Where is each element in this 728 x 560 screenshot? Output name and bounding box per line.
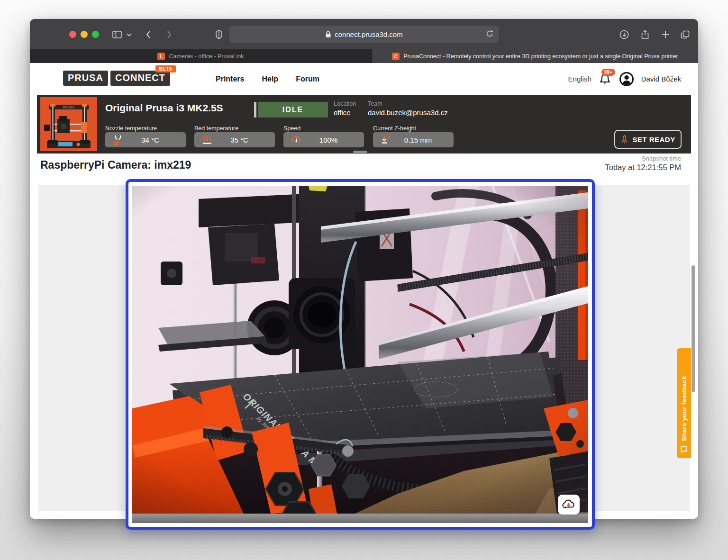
zoom-window-button[interactable] (92, 31, 99, 38)
nozzle-temp-value: 34 °C (124, 136, 176, 144)
logo-prusa: PRUSA (63, 71, 108, 86)
tab-prusalink-cameras[interactable]: L Cameras - office - PrusaLink (30, 49, 372, 63)
share-feedback-tab[interactable]: Share your feedback (677, 348, 691, 458)
tab-overview-icon[interactable] (680, 29, 691, 40)
nav-help[interactable]: Help (262, 75, 278, 83)
printer-thumbnail[interactable]: PRUSA (40, 97, 97, 151)
address-url: connect.prusa3d.com (335, 30, 402, 38)
minimize-window-button[interactable] (81, 31, 88, 38)
bed-temp-pill: 35 °C (194, 132, 275, 147)
prusaconnect-favicon: C (392, 53, 400, 60)
new-tab-icon[interactable] (660, 29, 671, 40)
snapshot-time-block: Snapshot time Today at 12:21:55 PM (605, 155, 681, 172)
prusa-connect-logo[interactable]: PRUSA CONNECT BETA (63, 71, 170, 86)
bed-temp-label: Bed temperature (194, 125, 238, 132)
camera-snapshot-frame[interactable]: ORIGINAL PRUSA MK4 by Josef Prusa (126, 179, 595, 530)
printer-illustration-icon: PRUSA (40, 97, 97, 151)
tab-title: PrusaConnect - Remotely control your ent… (403, 53, 678, 60)
language-selector[interactable]: English (568, 75, 592, 83)
avatar[interactable] (619, 72, 634, 87)
rocket-icon (620, 135, 628, 144)
z-height-icon: z (381, 135, 391, 145)
cloud-download-icon (562, 499, 576, 510)
forward-icon[interactable] (164, 29, 174, 40)
bed-temp-value: 35 °C (213, 136, 265, 144)
tab-bar: L Cameras - office - PrusaLink C PrusaCo… (30, 49, 698, 63)
share-feedback-label: Share your feedback (681, 376, 688, 442)
sidebar-toggle-icon[interactable] (112, 29, 122, 40)
nozzle-icon (113, 135, 123, 145)
camera-title: RaspberryPi Camera: imx219 (40, 159, 191, 172)
tab-title: Cameras - office - PrusaLink (169, 53, 244, 60)
user-cluster: English 99+ David Bůžek (568, 63, 681, 95)
nozzle-temp-label: Nozzle temperature (105, 125, 157, 132)
address-bar[interactable]: connect.prusa3d.com (229, 26, 499, 43)
speed-gauge-icon (291, 135, 301, 145)
prusalink-favicon: L (157, 53, 165, 60)
share-icon[interactable] (640, 29, 650, 40)
printer-status-bar: PRUSA (37, 95, 691, 154)
nav-forum[interactable]: Forum (296, 75, 319, 83)
screenshot-stage: { "browser": { "url": "connect.prusa3d.c… (0, 0, 728, 560)
chevron-down-icon[interactable] (126, 32, 132, 38)
printer-state-group: IDLE (254, 102, 328, 117)
svg-text:z: z (388, 135, 390, 139)
z-height-pill: z 0.15 mm (373, 132, 454, 147)
back-icon[interactable] (144, 29, 154, 40)
downloads-icon[interactable] (619, 29, 629, 40)
user-name[interactable]: David Bůžek (641, 75, 681, 83)
speed-label: Speed (283, 125, 300, 132)
printer-name: Original Prusa i3 MK2.5S (105, 102, 223, 114)
notifications-button[interactable]: 99+ (599, 72, 612, 86)
logo-connect: CONNECT BETA (110, 71, 170, 86)
status-bar-drag-handle[interactable] (353, 151, 367, 153)
snapshot-bottom-scrollbar[interactable] (132, 514, 588, 523)
privacy-shield-icon[interactable] (214, 29, 224, 40)
speed-value: 100% (302, 136, 355, 144)
main-nav: Printers Help Forum (216, 63, 319, 95)
page-scrollbar-thumb[interactable] (692, 265, 695, 392)
location-field: Location office (334, 100, 356, 117)
speed-pill: 100% (283, 132, 364, 147)
notification-count-badge: 99+ (601, 69, 615, 76)
page-content: PRUSA CONNECT BETA Printers Help Forum E… (30, 63, 698, 519)
close-window-button[interactable] (69, 31, 76, 38)
browser-toolbar: connect.prusa3d.com (30, 19, 698, 49)
heatbed-icon (202, 135, 212, 145)
z-height-label: Current Z-height (373, 125, 416, 132)
lock-icon (325, 31, 331, 38)
state-progress-bar (254, 102, 256, 117)
nozzle-temp-pill: 34 °C (105, 132, 186, 147)
vignette (132, 186, 588, 514)
set-ready-button[interactable]: SET READY (614, 130, 682, 149)
safari-window: connect.prusa3d.com L Cam (30, 19, 698, 519)
download-snapshot-button[interactable] (558, 495, 580, 515)
z-height-value: 0.15 mm (392, 136, 444, 144)
feedback-chat-icon (680, 446, 688, 453)
team-field: Team david.buzek@prusa3d.cz (368, 100, 448, 117)
camera-snapshot: ORIGINAL PRUSA MK4 by Josef Prusa (132, 186, 588, 514)
tab-prusaconnect[interactable]: C PrusaConnect - Remotely control your e… (372, 49, 698, 63)
reload-icon[interactable] (485, 29, 494, 38)
printer-state-badge: IDLE (258, 102, 328, 117)
svg-text:PRUSA: PRUSA (63, 106, 75, 109)
nav-printers[interactable]: Printers (216, 75, 244, 83)
beta-badge: BETA (155, 65, 175, 72)
